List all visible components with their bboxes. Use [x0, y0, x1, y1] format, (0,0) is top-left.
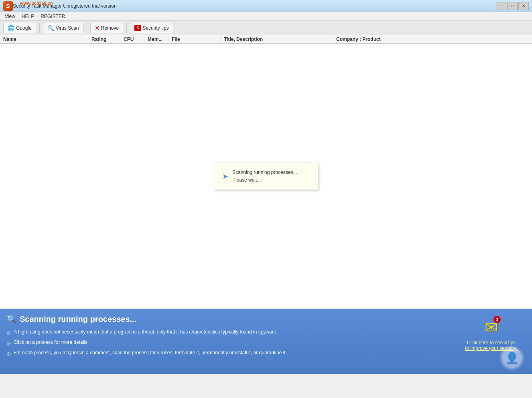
toolbar-separator-1 — [39, 23, 40, 33]
envelope-container: ✉ 3 — [485, 318, 498, 337]
avatar-inner: 👤 — [502, 348, 522, 368]
close-button[interactable]: ✕ — [518, 2, 529, 10]
bottom-icon: 🔍 — [6, 314, 16, 324]
avatar-icon: 👤 — [505, 352, 519, 365]
titlebar-controls: ─ □ ✕ — [496, 2, 529, 10]
toolbar-separator-2 — [87, 23, 87, 33]
envelope-badge: 3 — [493, 316, 501, 323]
bottom-tips: ⊕ A high rating does not necessarily mea… — [6, 328, 457, 360]
maximize-button[interactable]: □ — [507, 2, 518, 10]
google-button[interactable]: 🌐 Google — [3, 23, 36, 33]
tip-text-1: A high rating does not necessarily mean … — [14, 328, 278, 337]
scanning-popup: ➤ Scanning running processes... Please w… — [214, 163, 318, 190]
menu-view[interactable]: View — [2, 13, 18, 20]
tip-item-2: ⊕ Click on a process for more details. — [6, 338, 457, 349]
col-header-rating[interactable]: Rating — [88, 36, 120, 42]
menu-help[interactable]: HELP — [18, 13, 37, 20]
remove-label: Remove — [101, 25, 119, 31]
table-header: Name Rating CPU Mem... File Title, Descr… — [0, 35, 532, 44]
securitytips-label: Security tips — [142, 25, 169, 31]
google-label: Google — [16, 25, 32, 31]
globe-icon: 🌐 — [8, 25, 14, 31]
remove-button[interactable]: ✕ Remove — [90, 23, 124, 33]
minimize-button[interactable]: ─ — [496, 2, 506, 10]
virusscan-button[interactable]: 🔍 Virus Scan — [43, 23, 83, 33]
toolbar-separator-3 — [126, 23, 127, 33]
app-icon: S — [3, 1, 13, 11]
col-header-title[interactable]: Title, Description — [221, 36, 333, 42]
col-header-company[interactable]: Company : Product — [333, 36, 532, 42]
scanning-line1: Scanning running processes... — [232, 169, 297, 176]
tip-icon-3: ⊕ — [6, 349, 11, 359]
remove-icon: ✕ — [95, 25, 99, 31]
tip-text-2: Click on a process for more details. — [14, 338, 89, 347]
scanning-arrow-icon: ➤ — [222, 172, 228, 181]
securitytips-badge: 3 — [134, 25, 141, 31]
bottom-panel: 🔍 Scanning running processes... ⊕ A high… — [0, 309, 532, 374]
main-area: ➤ Scanning running processes... Please w… — [0, 44, 532, 309]
col-header-file[interactable]: File — [169, 36, 221, 42]
tip-text-3: For each process, you may leave a commen… — [14, 349, 287, 358]
titlebar: S Security Task Manager Unregistered tri… — [0, 0, 532, 12]
col-header-cpu[interactable]: CPU — [120, 36, 144, 42]
col-header-mem[interactable]: Mem... — [144, 36, 169, 42]
tip-item-3: ⊕ For each process, you may leave a comm… — [6, 349, 457, 359]
tip-item-1: ⊕ A high rating does not necessarily mea… — [6, 328, 457, 338]
bottom-avatar: 👤 — [500, 346, 524, 370]
bottom-title: 🔍 Scanning running processes... — [6, 314, 457, 324]
scanning-line2: Please wait... — [232, 176, 297, 184]
bottom-left: 🔍 Scanning running processes... ⊕ A high… — [6, 314, 457, 360]
securitytips-button[interactable]: 3 Security tips — [130, 23, 173, 33]
scanning-text: Scanning running processes... Please wai… — [232, 169, 297, 184]
tip-icon-2: ⊕ — [6, 339, 11, 349]
virusscan-label: Virus Scan — [56, 25, 79, 31]
menubar: View HELP REGISTER — [0, 12, 532, 21]
menu-register[interactable]: REGISTER — [37, 13, 68, 20]
scan-icon: 🔍 — [47, 25, 54, 31]
click-line1: Click here to see 3 tips — [465, 340, 518, 345]
tip-icon-1: ⊕ — [6, 328, 11, 338]
toolbar: 🌐 Google 🔍 Virus Scan ✕ Remove 3 Securit… — [0, 21, 532, 35]
titlebar-title: Security Task Manager Unregistered trial… — [13, 3, 496, 9]
col-header-name[interactable]: Name — [0, 36, 88, 42]
